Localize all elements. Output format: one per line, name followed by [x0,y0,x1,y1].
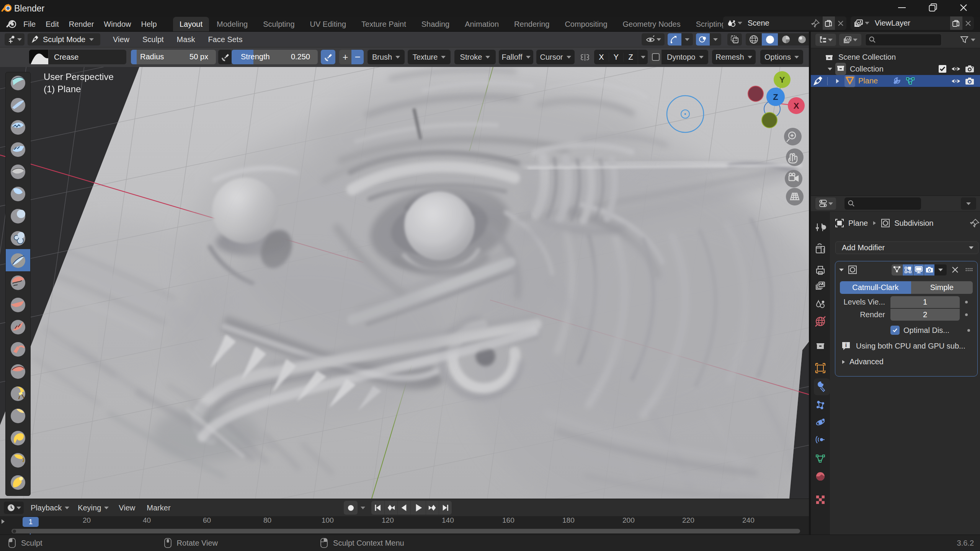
svg-text:User Perspective: User Perspective [44,72,114,82]
svg-text:i: i [845,342,847,348]
svg-text:(1) Plane: (1) Plane [44,84,81,94]
svg-text:Z: Z [773,92,778,102]
svg-text:X: X [794,101,799,111]
svg-text:Y: Y [779,75,785,85]
